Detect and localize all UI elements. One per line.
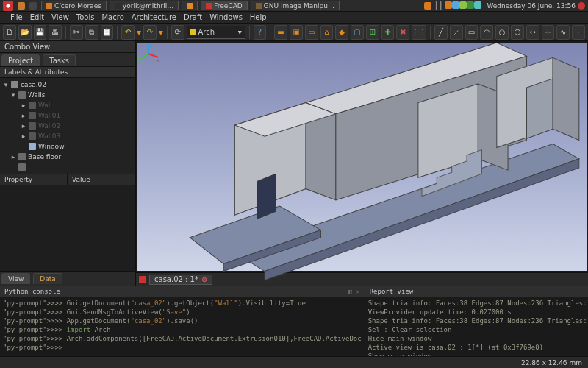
arch-window-button[interactable]: ▢ xyxy=(351,25,364,40)
svg-marker-13 xyxy=(527,79,553,138)
document-tree[interactable]: ▾casa.02▾Walls▸Wall▸Wall01▸Wall02▸Wall03… xyxy=(0,78,135,174)
taskbar-app[interactable] xyxy=(182,1,198,10)
redo-button[interactable]: ↷ xyxy=(143,25,157,40)
draft-circle-button[interactable]: ○ xyxy=(495,25,509,40)
arch-structure-button[interactable]: ▣ xyxy=(290,25,303,40)
tab-data[interactable]: Data xyxy=(33,273,62,284)
tree-item[interactable]: ▾Walls xyxy=(0,90,135,100)
arch-add-button[interactable]: ✚ xyxy=(381,25,395,40)
draft-bspline-button[interactable]: ∿ xyxy=(556,25,570,40)
menu-macro[interactable]: Macro xyxy=(98,13,127,21)
menu-view[interactable]: View xyxy=(48,13,73,21)
tree-item[interactable]: ▸Wall02 xyxy=(0,121,135,131)
tree-item[interactable]: Window xyxy=(0,141,135,152)
taskbar-app[interactable]: Cícero Moraes xyxy=(41,1,107,10)
arch-axis-button[interactable]: ⋮⋮ xyxy=(412,25,426,40)
svg-line-17 xyxy=(140,54,148,59)
app-launcher-icon[interactable] xyxy=(29,2,37,10)
new-file-button[interactable]: 🗋 xyxy=(3,25,16,40)
menu-file[interactable]: File xyxy=(7,13,26,21)
tree-item[interactable]: ▸Base floor xyxy=(0,152,135,162)
distro-menu-icon[interactable]: ◆ xyxy=(3,1,13,11)
arch-wall-button[interactable]: ▬ xyxy=(274,25,287,40)
tray-icon[interactable] xyxy=(452,1,459,9)
svg-marker-7 xyxy=(257,174,276,219)
draft-dimension-button[interactable]: ↔ xyxy=(526,25,539,40)
draft-polygon-button[interactable]: ⬡ xyxy=(511,25,524,40)
tab-project[interactable]: Project xyxy=(1,54,40,66)
svg-marker-14 xyxy=(553,57,579,140)
menu-edit[interactable]: Edit xyxy=(26,13,48,21)
arch-section-button[interactable]: ⊞ xyxy=(366,25,379,40)
undo-button[interactable]: ↶ xyxy=(121,25,135,40)
os-taskbar: ◆ Cícero Moraesyorik@mithril…FreeCADGNU … xyxy=(0,0,588,12)
draft-point-button[interactable]: · xyxy=(572,25,585,40)
draft-rectangle-button[interactable]: ▭ xyxy=(465,25,478,40)
taskbar-app[interactable]: GNU Image Manipu… xyxy=(251,1,340,10)
tree-item[interactable]: ▸Wall03 xyxy=(0,131,135,141)
axis-gizmo-icon[interactable]: x y z xyxy=(137,43,159,65)
draft-wire-button[interactable]: ⟋ xyxy=(450,25,463,40)
arch-workbench-icon xyxy=(190,29,196,35)
menu-tools[interactable]: Tools xyxy=(73,13,98,21)
tray-icon[interactable] xyxy=(424,2,431,10)
print-button[interactable]: 🖶 xyxy=(49,25,62,40)
taskbar-app[interactable]: yorik@mithril… xyxy=(110,1,179,10)
redo-dropdown-icon[interactable]: ▾ xyxy=(159,27,163,38)
save-button[interactable]: 💾 xyxy=(34,25,47,40)
main-toolbar: 🗋 📂 💾 🖶 ✂ ⧉ 📋 ↶ ▾ ↷ ▾ ⟳ Arch ▾ ? ▬ ▣ ▭ ⌂… xyxy=(0,24,588,41)
col-value[interactable]: Value xyxy=(68,174,135,185)
arch-floor-button[interactable]: ▭ xyxy=(305,25,318,40)
combo-view-title: Combo View xyxy=(0,41,135,53)
copy-button[interactable]: ⧉ xyxy=(85,25,98,40)
tray-icon[interactable] xyxy=(467,1,474,9)
draft-line-button[interactable]: ╱ xyxy=(434,25,448,40)
tray-icon[interactable] xyxy=(445,1,452,9)
toolbar-separator xyxy=(430,26,431,39)
tree-item[interactable] xyxy=(0,162,135,172)
tray-icon[interactable] xyxy=(459,1,467,9)
menu-help[interactable]: Help xyxy=(246,13,270,21)
draft-arc-button[interactable]: ◠ xyxy=(480,25,493,40)
menu-architecture[interactable]: Architecture xyxy=(128,13,180,21)
workbench-label: Arch xyxy=(198,28,215,36)
paste-button[interactable]: 📋 xyxy=(101,25,114,40)
toolbar-separator xyxy=(167,26,168,39)
tab-tasks[interactable]: Tasks xyxy=(43,54,76,66)
refresh-button[interactable]: ⟳ xyxy=(171,25,184,40)
toolbar-separator xyxy=(65,26,66,39)
tree-header: Labels & Attributes xyxy=(0,67,135,78)
arch-building-button[interactable]: ⌂ xyxy=(320,25,334,40)
taskbar-app[interactable]: FreeCAD xyxy=(201,1,247,10)
draft-text-button[interactable]: ⊹ xyxy=(542,25,555,40)
svg-text:x: x xyxy=(157,57,159,63)
tree-item[interactable]: ▸Wall01 xyxy=(0,110,135,121)
tray-separator: ┃┃ xyxy=(434,1,442,10)
toolbar-separator xyxy=(270,26,270,39)
model-render xyxy=(137,43,587,313)
tree-item[interactable]: ▸Wall xyxy=(0,100,135,110)
cut-button[interactable]: ✂ xyxy=(70,25,83,40)
menu-draft[interactable]: Draft xyxy=(180,13,206,21)
col-property[interactable]: Property xyxy=(0,174,68,185)
power-icon[interactable] xyxy=(578,2,585,10)
tray-icon[interactable] xyxy=(474,1,481,9)
whatsthis-button[interactable]: ? xyxy=(254,25,267,40)
menu-windows[interactable]: Windows xyxy=(206,13,246,21)
arch-remove-button[interactable]: ✖ xyxy=(396,25,409,40)
python-console-title: Python console xyxy=(4,288,60,295)
tab-view[interactable]: View xyxy=(1,273,30,284)
toolbar-separator xyxy=(249,26,250,39)
arch-site-button[interactable]: ◆ xyxy=(335,25,348,40)
clock[interactable]: Wednesday 06 June, 13:56 xyxy=(487,2,576,10)
property-header: Property Value xyxy=(0,174,135,185)
3d-viewport[interactable]: x y z xyxy=(137,43,587,271)
svg-text:z: z xyxy=(150,43,152,48)
undo-dropdown-icon[interactable]: ▾ xyxy=(137,27,141,38)
workbench-selector[interactable]: Arch ▾ xyxy=(187,26,245,39)
combo-view-panel: Combo View Project Tasks Labels & Attrib… xyxy=(0,41,136,286)
app-launcher-icon[interactable] xyxy=(18,2,25,10)
open-file-button[interactable]: 📂 xyxy=(18,25,32,40)
property-panel[interactable] xyxy=(0,185,135,271)
tree-item[interactable]: ▾casa.02 xyxy=(0,79,135,90)
